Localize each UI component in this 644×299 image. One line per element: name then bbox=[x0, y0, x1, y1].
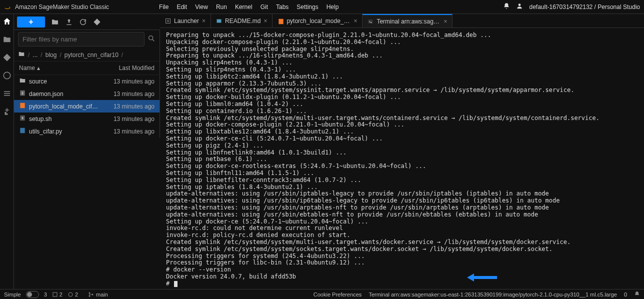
file-name: source bbox=[29, 78, 100, 85]
close-icon[interactable]: × bbox=[354, 18, 357, 24]
column-modified[interactable]: Last Modified bbox=[100, 64, 154, 72]
svg-point-18 bbox=[92, 294, 94, 295]
notebook-icon bbox=[278, 18, 284, 24]
file-list-header: Name ▴ Last Modified bbox=[14, 62, 160, 75]
refresh-icon[interactable] bbox=[79, 18, 87, 26]
file-row[interactable]: $setup.sh13 minutes ago bbox=[14, 112, 160, 125]
svg-point-3 bbox=[149, 36, 153, 40]
menu-run[interactable]: Run bbox=[216, 4, 227, 10]
svg-point-16 bbox=[89, 292, 90, 294]
breadcrumb-item[interactable]: pytorch_cnn_cifar10 bbox=[64, 52, 118, 58]
close-icon[interactable]: × bbox=[444, 18, 447, 25]
activity-extensions-icon[interactable] bbox=[2, 107, 12, 116]
close-icon[interactable]: × bbox=[202, 18, 206, 24]
brand-text: Amazon SageMaker Studio Classic bbox=[15, 4, 109, 10]
status-count-2[interactable]: 2 bbox=[52, 292, 62, 298]
svg-point-0 bbox=[9, 6, 10, 8]
launcher-icon bbox=[165, 18, 171, 24]
file-row[interactable]: pytorch_local_mode_cifar10.ipy...13 minu… bbox=[14, 100, 160, 112]
activity-commands-icon[interactable] bbox=[2, 89, 12, 98]
tab[interactable]: Launcher× bbox=[160, 14, 211, 28]
file-name: pytorch_local_mode_cifar10.ipy... bbox=[29, 103, 100, 110]
file-toolbar: + bbox=[14, 14, 160, 30]
svg-text:{}: {} bbox=[22, 92, 24, 94]
menu-settings[interactable]: Settings bbox=[296, 4, 318, 10]
user-icon[interactable] bbox=[516, 2, 523, 11]
menu-view[interactable]: View bbox=[195, 4, 208, 10]
svg-point-17 bbox=[89, 295, 90, 296]
tab[interactable]: Terminal arn:aws:sagemaker:u× bbox=[362, 14, 452, 28]
breadcrumb-item[interactable]: blog bbox=[46, 52, 57, 58]
svg-rect-9 bbox=[20, 128, 24, 134]
tab[interactable]: README.md× bbox=[211, 14, 272, 28]
file-name: daemon.json bbox=[29, 90, 100, 98]
terminal-text: Preparing to unpack .../15-docker-compos… bbox=[166, 32, 638, 287]
file-modified: 13 minutes ago bbox=[100, 116, 154, 122]
tab-title: README.md bbox=[225, 18, 260, 24]
file-row[interactable]: source13 minutes ago bbox=[14, 75, 160, 88]
svg-rect-12 bbox=[279, 18, 284, 24]
svg-rect-14 bbox=[53, 292, 57, 296]
menu-kernel[interactable]: Kernel bbox=[235, 4, 252, 10]
user-label[interactable]: default-1670314792132 / Personal Studio bbox=[529, 4, 640, 10]
file-row[interactable]: utils_cifar.py13 minutes ago bbox=[14, 125, 160, 138]
annotation-arrow bbox=[438, 266, 497, 289]
notifications-icon[interactable] bbox=[503, 2, 510, 11]
file-name: utils_cifar.py bbox=[29, 128, 100, 135]
close-icon[interactable]: × bbox=[264, 18, 267, 24]
activity-home-icon[interactable] bbox=[2, 17, 12, 26]
menu-edit[interactable]: Edit bbox=[176, 4, 187, 10]
file-name: setup.sh bbox=[29, 116, 100, 122]
tab-title: pytorch_local_mode_cifar10.ip bbox=[286, 18, 350, 24]
svg-rect-11 bbox=[217, 19, 222, 22]
activity-folder-icon[interactable] bbox=[2, 35, 12, 44]
tab[interactable]: pytorch_local_mode_cifar10.ip× bbox=[272, 14, 362, 28]
status-bar: Simple 3 2 2 main Cookie Preferences Ter… bbox=[0, 289, 644, 299]
upload-icon[interactable] bbox=[65, 18, 73, 26]
breadcrumb-item[interactable]: ... bbox=[32, 52, 38, 58]
file-browser: / ... / blog / pytorch_cnn_cifar10 / Nam… bbox=[14, 30, 160, 138]
sort-up-icon: ▴ bbox=[37, 64, 40, 72]
json-icon: {} bbox=[19, 90, 26, 98]
new-launcher-button[interactable]: + bbox=[17, 16, 45, 28]
shell-icon: $ bbox=[19, 114, 26, 123]
svg-text:$: $ bbox=[22, 116, 24, 120]
status-count-3[interactable]: 2 bbox=[68, 292, 78, 298]
status-count-1[interactable]: 3 bbox=[44, 292, 47, 298]
mode-toggle[interactable] bbox=[26, 291, 39, 298]
column-name[interactable]: Name bbox=[19, 64, 35, 72]
status-terminal-info: Terminal arn:aws:sagemaker:us-east-1:263… bbox=[368, 292, 617, 298]
svg-rect-6 bbox=[20, 103, 24, 108]
svg-point-2 bbox=[4, 72, 10, 79]
git-branch[interactable]: main bbox=[88, 292, 108, 298]
menu-file[interactable]: File bbox=[159, 4, 168, 10]
git-icon[interactable] bbox=[93, 18, 101, 26]
tab-bar: Launcher×README.md×pytorch_local_mode_ci… bbox=[160, 14, 644, 28]
menu-tabs[interactable]: Tabs bbox=[276, 4, 288, 10]
cookie-preferences[interactable]: Cookie Preferences bbox=[314, 292, 362, 298]
folder-icon bbox=[19, 77, 26, 86]
activity-git-icon[interactable] bbox=[2, 53, 12, 62]
breadcrumb[interactable]: / ... / blog / pytorch_cnn_cifar10 / bbox=[14, 48, 160, 62]
terminal-output[interactable]: Preparing to unpack .../15-docker-compos… bbox=[160, 28, 644, 289]
menu-git[interactable]: Git bbox=[260, 4, 268, 10]
status-zero[interactable]: 0 bbox=[624, 292, 627, 298]
main-content: Launcher×README.md×pytorch_local_mode_ci… bbox=[160, 14, 644, 289]
bell-status-icon[interactable] bbox=[634, 291, 640, 298]
menu-list: File Edit View Run Kernel Git Tabs Setti… bbox=[159, 4, 338, 10]
notebook-icon bbox=[19, 102, 26, 110]
file-row[interactable]: {}daemon.json13 minutes ago bbox=[14, 88, 160, 100]
activity-running-icon[interactable] bbox=[2, 71, 12, 80]
menu-help[interactable]: Help bbox=[326, 4, 339, 10]
brand: Amazon SageMaker Studio Classic bbox=[4, 4, 109, 10]
top-menu-bar: Amazon SageMaker Studio Classic File Edi… bbox=[0, 0, 644, 14]
new-folder-icon[interactable] bbox=[51, 18, 59, 26]
file-list: source13 minutes ago{}daemon.json13 minu… bbox=[14, 75, 160, 138]
search-icon[interactable] bbox=[148, 34, 156, 44]
file-modified: 13 minutes ago bbox=[100, 78, 154, 85]
tab-title: Terminal arn:aws:sagemaker:u bbox=[376, 18, 440, 25]
tab-title: Launcher bbox=[174, 18, 199, 24]
svg-point-15 bbox=[68, 292, 72, 296]
status-mode[interactable]: Simple bbox=[4, 292, 21, 298]
filter-input[interactable] bbox=[18, 32, 144, 46]
